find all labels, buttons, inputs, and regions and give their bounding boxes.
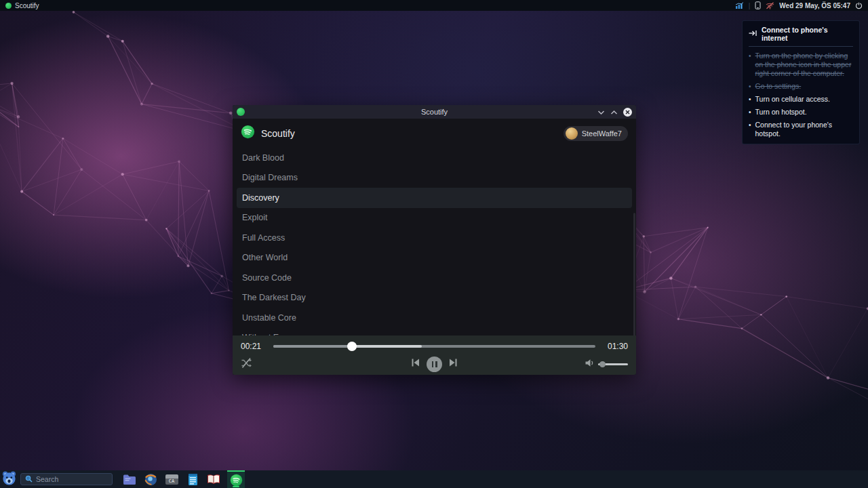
playlist-item-label: Unstable Core <box>242 313 296 323</box>
playlist-item-label: The Darkest Day <box>242 293 306 302</box>
bullet-icon: • <box>749 95 751 104</box>
user-name: SteelWaffe7 <box>582 129 622 138</box>
connect-icon <box>749 30 757 38</box>
active-app-name: Scoutify <box>15 2 39 9</box>
pause-button[interactable] <box>427 357 442 372</box>
playlist-item-label: Exploit <box>242 213 268 222</box>
player-bar: 00:21 01:30 <box>233 336 636 375</box>
taskbar: CA <box>0 470 868 488</box>
playlist-item-label: Source Code <box>242 273 292 283</box>
notification-step-text: Connect to your phone's hotspot. <box>755 121 853 138</box>
playlist-item-label: Digital Dreams <box>242 173 298 182</box>
close-button[interactable] <box>623 108 632 117</box>
scoutify-logo-icon <box>241 125 255 142</box>
notification-step-text: Turn on the phone by clicking on the pho… <box>755 52 853 78</box>
playlist: Dark BloodDigital DreamsDiscoveryExploit… <box>233 148 636 336</box>
window-titlebar[interactable]: Scoutify <box>233 105 636 119</box>
browser-icon[interactable] <box>143 472 158 487</box>
next-icon[interactable] <box>449 358 458 370</box>
playlist-item-label: Dark Blood <box>242 153 284 163</box>
notification-step: •Go to settings. <box>749 82 853 91</box>
progress-track <box>273 345 595 348</box>
notification-step: •Turn on the phone by clicking on the ph… <box>749 52 853 78</box>
playlist-item[interactable]: Other World <box>237 248 632 268</box>
notification-step: •Connect to your phone's hotspot. <box>749 121 853 138</box>
progress-played <box>273 345 352 348</box>
previous-icon[interactable] <box>411 358 420 370</box>
bullet-icon: • <box>749 52 751 78</box>
maximize-button[interactable] <box>610 106 618 118</box>
wifi-off-icon[interactable] <box>766 2 774 9</box>
bullet-icon: • <box>749 108 751 117</box>
search-input[interactable] <box>36 475 108 483</box>
search-icon <box>25 473 33 485</box>
volume-slider[interactable] <box>598 361 628 367</box>
start-bear-icon <box>1 470 17 488</box>
user-menu[interactable]: SteelWaffe7 <box>564 126 628 141</box>
playlist-item[interactable]: Without Escape <box>237 328 632 336</box>
notification-panel: Connect to phone's internet •Turn on the… <box>742 20 860 144</box>
notification-step-text: Turn on cellular access. <box>755 95 831 104</box>
tray-separator: | <box>749 2 751 9</box>
terminal-label: CA <box>169 478 174 485</box>
divider <box>749 46 853 47</box>
user-avatar <box>566 127 578 140</box>
volume-handle[interactable] <box>599 361 606 367</box>
app-header: Scoutify SteelWaffe7 <box>233 119 636 148</box>
file-manager-icon[interactable] <box>122 472 137 487</box>
notification-title: Connect to phone's internet <box>762 26 853 42</box>
playlist-item-label: Full Access <box>242 233 285 243</box>
elapsed-time: 00:21 <box>241 342 265 351</box>
playlist-item[interactable]: The Darkest Day <box>237 288 632 308</box>
notification-step: •Turn on cellular access. <box>749 95 853 104</box>
notification-step-text: Turn on hotspot. <box>755 108 807 117</box>
terminal-icon[interactable]: CA <box>164 472 179 487</box>
app-title: Scoutify <box>261 128 295 139</box>
active-app[interactable]: Scoutify <box>0 2 39 9</box>
notification-steps: •Turn on the phone by clicking on the ph… <box>749 52 853 138</box>
bullet-icon: • <box>749 121 751 138</box>
minimize-button[interactable] <box>597 106 605 118</box>
playlist-item[interactable]: Unstable Core <box>237 308 632 328</box>
notification-step-text: Go to settings. <box>755 82 802 91</box>
playlist-item[interactable]: Full Access <box>237 228 632 248</box>
window-title: Scoutify <box>233 108 636 116</box>
playlist-item[interactable]: Dark Blood <box>237 148 632 168</box>
power-icon[interactable] <box>855 2 863 9</box>
total-time: 01:30 <box>604 342 628 351</box>
playlist-item[interactable]: Exploit <box>237 208 632 228</box>
progress-slider[interactable] <box>273 342 595 351</box>
scoutify-window: Scoutify Scoutify Steel <box>233 105 636 375</box>
volume-icon[interactable] <box>585 358 595 370</box>
search-box[interactable] <box>20 473 113 485</box>
bullet-icon: • <box>749 82 751 91</box>
shuffle-off-icon[interactable] <box>241 357 252 371</box>
top-menubar: Scoutify | Wed 29 May, ÖS 05:47 <box>0 0 868 11</box>
clock[interactable]: Wed 29 May, ÖS 05:47 <box>779 2 850 9</box>
notification-step: •Turn on hotspot. <box>749 108 853 117</box>
start-menu-button[interactable] <box>0 470 18 488</box>
progress-buffer <box>352 345 421 348</box>
playlist-item[interactable]: Source Code <box>237 268 632 288</box>
playlist-item[interactable]: Digital Dreams <box>237 168 632 188</box>
playlist-item-label: Discovery <box>242 193 279 203</box>
activity-icon[interactable] <box>735 2 744 9</box>
notes-icon[interactable] <box>185 472 200 487</box>
phone-icon[interactable] <box>755 1 761 9</box>
progress-handle[interactable] <box>347 342 357 351</box>
playlist-item-label: Other World <box>242 253 288 262</box>
book-icon[interactable] <box>206 472 221 487</box>
playlist-item[interactable]: Discovery <box>237 188 632 208</box>
scoutify-app-icon <box>5 3 12 9</box>
scoutify-icon[interactable] <box>227 470 245 488</box>
